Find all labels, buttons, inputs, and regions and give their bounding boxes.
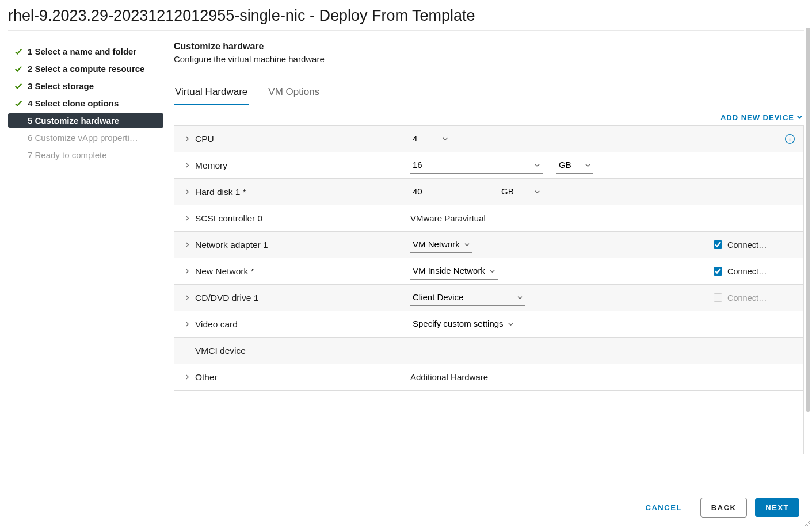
step-label: 6 Customize vApp properti… <box>28 133 138 143</box>
svg-point-2 <box>790 136 790 137</box>
net1-select[interactable]: VM Network <box>410 237 472 253</box>
other-label: Other <box>192 372 410 382</box>
svg-line-5 <box>809 525 810 526</box>
net1-connect-label: Connect… <box>727 240 767 250</box>
net2-label: New Network * <box>192 266 410 277</box>
expand-cpu[interactable] <box>182 136 192 141</box>
step-2[interactable]: 2 Select a compute resource <box>8 62 163 76</box>
hardware-table: CPU 4 <box>174 125 804 454</box>
step-6: 6 Customize vApp properti… <box>8 131 163 145</box>
row-memory: Memory GB <box>174 152 803 179</box>
svg-line-4 <box>807 523 810 526</box>
step-4[interactable]: 4 Select clone options <box>8 96 163 110</box>
check-icon <box>14 99 23 108</box>
row-video-card: Video card Specify custom settings <box>174 311 803 338</box>
step-label: 3 Select storage <box>28 81 94 91</box>
memory-unit-select[interactable]: GB <box>556 158 593 174</box>
expand-memory[interactable] <box>182 163 192 168</box>
cd-select[interactable]: Client Device <box>410 290 525 306</box>
net2-connect-label: Connect… <box>727 267 767 276</box>
hard-disk-label: Hard disk 1 * <box>192 187 410 197</box>
cd-connect-label: Connect… <box>727 293 767 303</box>
cpu-select[interactable]: 4 <box>410 131 451 147</box>
step-label: 7 Ready to complete <box>28 150 107 160</box>
wizard-title: rhel-9.2023.29-20231212012955-single-nic… <box>8 0 804 31</box>
net2-connect-checkbox[interactable] <box>714 267 722 276</box>
memory-label: Memory <box>192 160 410 171</box>
hard-disk-size-input[interactable] <box>410 184 485 200</box>
row-cd-dvd-drive-1: CD/DVD drive 1 Client Device <box>174 285 803 311</box>
tab-vm-options[interactable]: VM Options <box>267 86 321 105</box>
expand-video[interactable] <box>182 322 192 327</box>
net2-select[interactable]: VM Inside Network <box>410 263 498 280</box>
add-new-device-label: ADD NEW DEVICE <box>720 113 794 122</box>
row-new-network: New Network * VM Inside Network <box>174 258 803 285</box>
cpu-info-icon[interactable] <box>780 133 795 144</box>
check-icon <box>14 82 23 91</box>
panel-title: Customize hardware <box>174 41 804 52</box>
expand-other[interactable] <box>182 374 192 380</box>
row-vmci-device: VMCI device <box>174 338 803 364</box>
cpu-label: CPU <box>192 134 410 144</box>
cd-label: CD/DVD drive 1 <box>192 293 410 303</box>
video-label: Video card <box>192 319 410 330</box>
expand-net1[interactable] <box>182 242 192 247</box>
step-5[interactable]: 5 Customize hardware <box>8 113 163 128</box>
row-network-adapter-1: Network adapter 1 VM Network <box>174 232 803 258</box>
cd-connect-checkbox <box>714 293 722 302</box>
step-label: 4 Select clone options <box>28 98 119 108</box>
panel-header: Customize hardware Configure the virtual… <box>174 41 804 71</box>
scsi-value: VMware Paravirtual <box>410 213 711 223</box>
video-select[interactable]: Specify custom settings <box>410 316 516 332</box>
table-filler <box>174 391 803 454</box>
memory-input[interactable] <box>410 158 543 174</box>
scsi-label: SCSI controller 0 <box>192 213 410 224</box>
net1-label: Network adapter 1 <box>192 240 410 250</box>
svg-line-3 <box>805 521 810 526</box>
back-button[interactable]: BACK <box>700 498 748 518</box>
wizard-footer: CANCEL BACK NEXT <box>635 498 799 518</box>
add-new-device-button[interactable]: ADD NEW DEVICE <box>720 113 803 122</box>
resize-grip-icon <box>803 519 811 527</box>
cancel-button[interactable]: CANCEL <box>635 498 692 517</box>
other-value: Additional Hardware <box>410 372 711 382</box>
next-button[interactable]: NEXT <box>755 498 799 517</box>
scrollbar-thumb[interactable] <box>806 28 810 412</box>
step-label: 2 Select a compute resource <box>28 64 144 74</box>
step-label: 5 Customize hardware <box>28 116 119 125</box>
step-7: 7 Ready to complete <box>8 148 163 162</box>
expand-cd[interactable] <box>182 295 192 300</box>
wizard-steps: 1 Select a name and folder 2 Select a co… <box>8 31 163 462</box>
hard-disk-unit-select[interactable]: GB <box>499 184 543 200</box>
vmci-label: VMCI device <box>192 346 410 356</box>
step-3[interactable]: 3 Select storage <box>8 79 163 93</box>
step-1[interactable]: 1 Select a name and folder <box>8 44 163 59</box>
step-label: 1 Select a name and folder <box>28 47 136 56</box>
hw-tabs: Virtual Hardware VM Options <box>174 86 804 105</box>
row-cpu: CPU 4 <box>174 126 803 152</box>
row-scsi-controller-0: SCSI controller 0 VMware Paravirtual <box>174 205 803 232</box>
row-hard-disk-1: Hard disk 1 * GB <box>174 179 803 205</box>
panel-subtitle: Configure the virtual machine hardware <box>174 54 804 64</box>
chevron-down-icon <box>796 113 803 122</box>
expand-scsi[interactable] <box>182 216 192 221</box>
expand-net2[interactable] <box>182 269 192 274</box>
net1-connect-checkbox[interactable] <box>714 240 722 249</box>
check-icon <box>14 64 23 74</box>
row-other: Other Additional Hardware <box>174 364 803 391</box>
tab-virtual-hardware[interactable]: Virtual Hardware <box>174 86 249 105</box>
scrollbar[interactable] <box>806 28 810 520</box>
check-icon <box>14 47 23 56</box>
expand-hard-disk-1[interactable] <box>182 189 192 194</box>
